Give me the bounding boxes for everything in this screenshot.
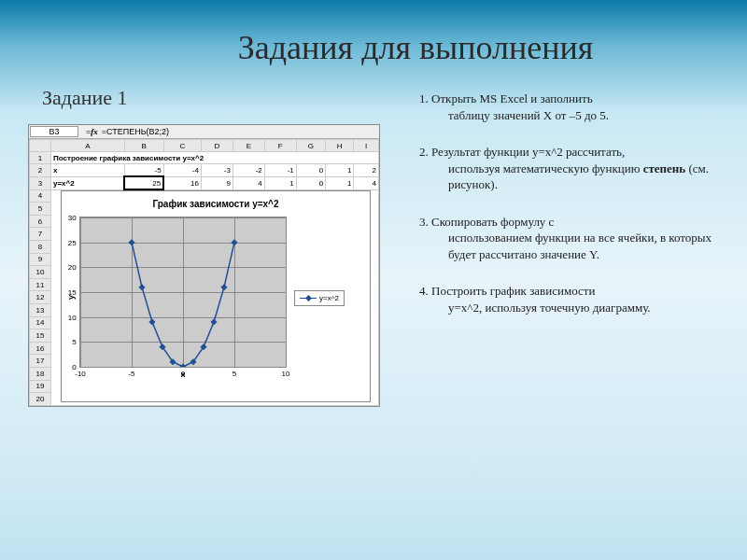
chart-legend: y=x^2 — [294, 290, 345, 306]
page-title: Задания для выполнения — [112, 28, 719, 67]
name-box: B3 — [30, 126, 78, 137]
svg-rect-1 — [138, 284, 145, 290]
instruction-item: Построить график зависимостиy=x^2, испол… — [431, 283, 719, 315]
chart-title: График зависимости y=x^2 — [62, 199, 370, 209]
instructions-panel: Открыть MS Excel и заполнитьтаблицу знач… — [411, 86, 719, 407]
svg-rect-0 — [128, 239, 134, 245]
plot-area: 302520151050-10-50510 — [79, 217, 287, 368]
instruction-item: Скопировать формулу сиспользованием функ… — [431, 214, 719, 263]
svg-rect-9 — [220, 284, 227, 290]
fx-icon: fx — [91, 127, 98, 136]
svg-rect-10 — [231, 239, 237, 245]
formula-text: =СТЕПЕНЬ(B2;2) — [102, 127, 169, 136]
svg-rect-2 — [148, 318, 155, 325]
svg-rect-8 — [210, 318, 217, 325]
instruction-item: Открыть MS Excel и заполнитьтаблицу знач… — [431, 91, 719, 123]
embedded-chart: График зависимости y=x^2 y 302520151050-… — [61, 190, 371, 402]
formula-bar: B3 = fx =СТЕПЕНЬ(B2;2) — [29, 125, 379, 139]
excel-screenshot: B3 = fx =СТЕПЕНЬ(B2;2) ABCDEFGHI 1Постро… — [28, 124, 380, 407]
spreadsheet-grid: ABCDEFGHI 1Построение графика зависимост… — [29, 139, 379, 406]
instruction-item: Результат функции y=x^2 рассчитать,испол… — [431, 144, 719, 193]
task-subtitle: Задание 1 — [42, 86, 383, 110]
